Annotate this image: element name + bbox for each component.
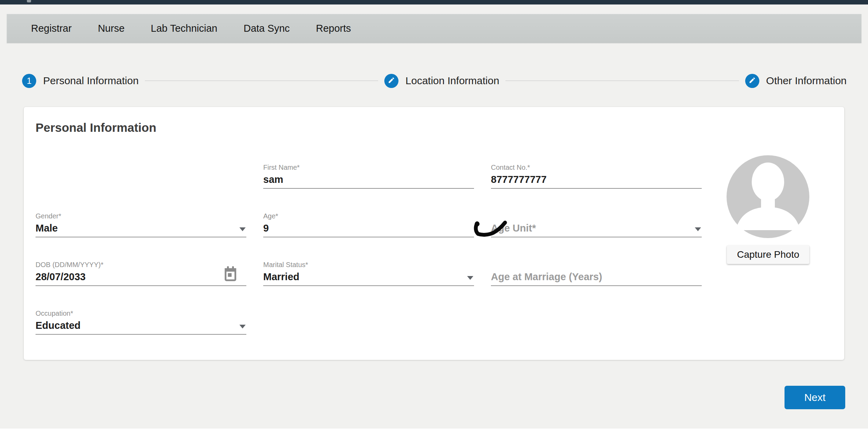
contact-no-label: Contact No.* xyxy=(491,163,702,172)
nav-tab-reports[interactable]: Reports xyxy=(316,23,351,34)
next-button-label: Next xyxy=(804,392,826,403)
chevron-down-icon[interactable] xyxy=(467,276,473,280)
step-connector xyxy=(145,80,378,81)
card-title: Personal Information xyxy=(36,121,844,135)
calendar-icon[interactable] xyxy=(224,266,237,282)
pencil-icon xyxy=(388,76,395,86)
first-name-input[interactable]: sam xyxy=(263,172,474,187)
top-app-bar xyxy=(0,0,868,4)
dob-field: DOB (DD/MM/YYYY)* 28/07/2033 xyxy=(36,260,246,286)
age-unit-select[interactable]: Age Unit* xyxy=(491,221,702,235)
step-other-information[interactable]: Other Information xyxy=(745,74,847,88)
step-1-label: Personal Information xyxy=(43,75,139,87)
age-field: Age* 9 xyxy=(263,211,474,237)
step-2-label: Location Information xyxy=(405,75,499,87)
step-connector xyxy=(505,80,739,81)
marital-status-label: Marital Status* xyxy=(263,260,474,269)
nav-tab-registrar[interactable]: Registrar xyxy=(31,23,72,34)
avatar-placeholder-icon xyxy=(727,155,809,238)
gender-field: Gender* Male xyxy=(36,211,246,237)
nav-tab-lab-technician[interactable]: Lab Technician xyxy=(151,23,217,34)
marital-status-field: Marital Status* Married xyxy=(263,260,474,286)
age-unit-label-spacer xyxy=(491,211,702,221)
contact-no-field: Contact No.* 8777777777 xyxy=(491,163,702,189)
dob-input[interactable]: 28/07/2033 xyxy=(36,269,246,284)
age-label: Age* xyxy=(263,211,474,221)
age-at-marriage-label-spacer xyxy=(491,260,702,269)
age-at-marriage-field: Age at Marriage (Years) xyxy=(491,260,702,286)
occupation-field: Occupation* Educated xyxy=(36,308,246,335)
form-stepper: 1 Personal Information Location Informat… xyxy=(22,71,847,90)
occupation-select[interactable]: Educated xyxy=(36,318,246,333)
step-personal-information[interactable]: 1 Personal Information xyxy=(22,74,139,88)
age-unit-field: Age Unit* xyxy=(491,211,702,237)
marital-status-select[interactable]: Married xyxy=(263,269,474,284)
nav-tab-data-sync[interactable]: Data Sync xyxy=(244,23,290,34)
step-2-indicator xyxy=(384,74,398,88)
gender-label: Gender* xyxy=(36,211,246,221)
age-input[interactable]: 9 xyxy=(263,221,474,235)
main-navbar: Registrar Nurse Lab Technician Data Sync… xyxy=(7,14,861,43)
first-name-label: First Name* xyxy=(263,163,474,172)
first-name-field: First Name* sam xyxy=(263,163,474,189)
dob-label: DOB (DD/MM/YYYY)* xyxy=(36,260,246,269)
step-1-indicator: 1 xyxy=(22,74,36,88)
chevron-down-icon[interactable] xyxy=(695,227,701,231)
bottom-strip xyxy=(0,429,868,432)
capture-photo-label: Capture Photo xyxy=(737,249,799,260)
next-button[interactable]: Next xyxy=(785,386,845,409)
gender-select[interactable]: Male xyxy=(36,221,246,235)
step-3-indicator xyxy=(745,74,759,88)
contact-no-input[interactable]: 8777777777 xyxy=(491,172,702,187)
chevron-down-icon[interactable] xyxy=(239,325,246,328)
step-3-label: Other Information xyxy=(766,75,847,87)
nav-tab-nurse[interactable]: Nurse xyxy=(98,23,125,34)
personal-information-form: First Name* sam Contact No.* 8777777777 … xyxy=(36,141,844,335)
chevron-down-icon[interactable] xyxy=(239,227,246,231)
age-at-marriage-input[interactable]: Age at Marriage (Years) xyxy=(491,269,702,284)
pencil-icon xyxy=(749,76,756,86)
occupation-label: Occupation* xyxy=(36,308,246,318)
personal-information-card: Personal Information First Name* sam Con… xyxy=(24,107,844,360)
step-location-information[interactable]: Location Information xyxy=(384,74,499,88)
capture-photo-button[interactable]: Capture Photo xyxy=(727,245,809,264)
app-logo-icon xyxy=(27,0,31,2)
step-1-number: 1 xyxy=(27,76,32,86)
